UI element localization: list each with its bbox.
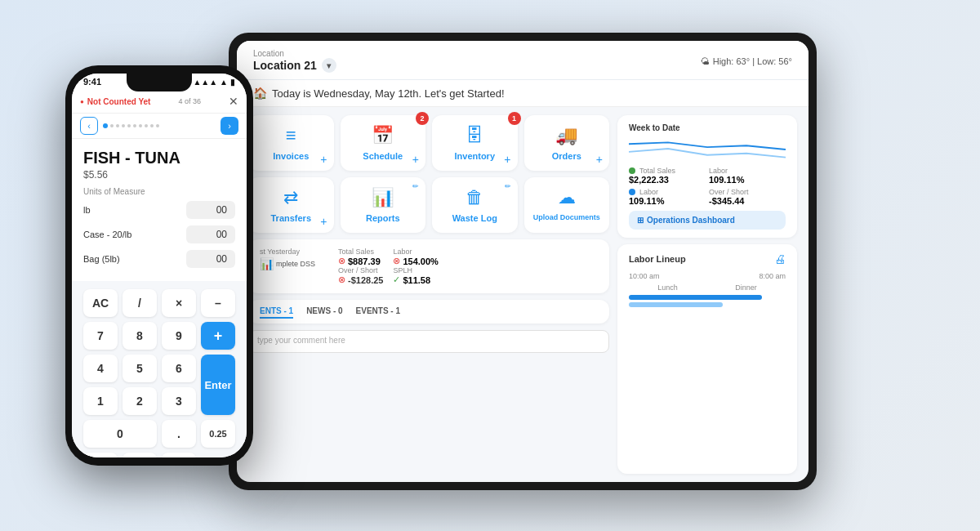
stats-yesterday: st Yesterday 📊 mplete DSS Total Sales ⊗ … [248,239,609,293]
location-name[interactable]: Location 21 ▾ [253,58,336,73]
next-arrow[interactable]: › [220,117,238,135]
key-6[interactable]: 6 [162,355,196,382]
key-0[interactable]: 0 [83,420,157,448]
print-icon[interactable]: 🖨 [774,252,786,266]
ops-icon: ⊞ [637,216,644,225]
key-slash[interactable]: / [122,289,157,317]
inventory-add-icon[interactable]: + [504,153,510,166]
reports-icon: 📊 [372,187,394,208]
tiles-row1: ≡ Invoices + 2 📅 Schedule + 1 🗄 [248,115,609,171]
uom-label: Units of Measure [83,187,235,196]
bag-input[interactable]: 00 [186,250,235,268]
reports-edit-icon: ✏ [412,182,419,190]
tablet-screen: Location Location 21 ▾ 🌤 High: 63° | Low… [237,41,808,482]
invoices-label: Invoices [273,151,309,161]
key-3[interactable]: 3 [162,387,196,415]
invoices-add-icon[interactable]: + [320,153,327,166]
key-8[interactable]: 8 [122,322,157,350]
week-short-val: -$345.44 [709,196,786,206]
tile-inventory[interactable]: 1 🗄 Inventory + [432,115,518,171]
total-sales-label: Total Sales [338,248,383,256]
tile-reports[interactable]: ✏ 📊 Reports [341,177,426,233]
comment-input[interactable]: type your comment here [248,330,609,353]
case-input[interactable]: 00 [186,225,235,243]
key-backspace[interactable]: ⌫ [162,453,196,457]
status-icons: ▲▲▲ ▲ ▮ [193,78,235,87]
over-short-label: Over / Short [338,266,383,274]
phone-notch [127,74,192,91]
events-tab[interactable]: EVENTS - 1 [356,305,400,319]
news-tab[interactable]: NEWS - 0 [306,305,342,319]
splh-val: $11.58 [403,275,430,285]
tile-schedule[interactable]: 2 📅 Schedule + [341,115,426,171]
week-labor2-label: Labor [639,188,658,196]
key-9[interactable]: 9 [162,322,196,350]
phone-time: 9:41 [83,77,101,87]
labor-val: 154.00% [403,257,438,266]
prev-arrow[interactable]: ‹ [80,117,98,135]
lb-input[interactable]: 00 [186,201,235,219]
upload-icon: ☁ [558,187,576,208]
wastelog-label: Waste Log [452,213,497,223]
tile-wastelog[interactable]: ✏ 🗑 Waste Log [432,177,518,233]
dinner-label: Dinner [735,283,757,292]
labor-times: 10:00 am 8:00 am [629,272,786,280]
schedule-add-icon[interactable]: + [412,153,419,166]
weather-icon: 🌤 [701,56,710,66]
labor-header: Labor Lineup 🖨 [629,252,786,266]
schedule-icon: 📅 [372,125,394,146]
labor-meals: Lunch Dinner [629,283,786,292]
operations-dashboard-btn[interactable]: ⊞ Operations Dashboard [629,211,786,230]
key-plus[interactable]: + [201,322,235,350]
product-price: $5.56 [83,169,235,181]
close-icon[interactable]: ✕ [229,95,238,108]
key-7[interactable]: 7 [83,322,118,350]
dot-4 [127,124,131,127]
product-name: FISH - TUNA [83,149,235,167]
transfers-add-icon[interactable]: + [320,215,327,228]
dot-3 [122,124,125,127]
modal-nav: ‹ › [72,114,247,139]
key-multiply[interactable]: × [162,289,196,317]
key-dot[interactable]: . [162,420,196,448]
transfers-icon: ⇄ [283,187,298,208]
wastelog-icon: 🗑 [466,187,483,208]
tiles-row2: ⇄ Transfers + ✏ 📊 Reports ✏ 🗑 Waste [248,177,609,233]
key-ac[interactable]: AC [83,289,118,317]
dot-9 [156,124,159,127]
phone-screen: 9:41 ▲▲▲ ▲ ▮ ● Not Counted Yet 4 of 36 ✕… [72,74,247,457]
key-5[interactable]: 5 [122,355,157,382]
key-4[interactable]: 4 [83,355,118,382]
schedule-label: Schedule [363,151,403,161]
key-075[interactable]: 0.75 [122,453,157,457]
key-050[interactable]: 0.50 [83,453,118,457]
battery-icon: ▮ [230,78,235,87]
tile-upload[interactable]: ☁ Upload Documents [524,177,610,233]
key-1[interactable]: 1 [83,387,118,415]
key-025[interactable]: 0.25 [201,420,235,448]
case-label: Case - 20/lb [83,230,131,239]
key-minus[interactable]: – [201,289,235,317]
dot-8 [150,124,154,127]
splh-label: SPLH [393,266,438,274]
labor-icon: ⊗ [393,256,400,266]
orders-icon: 🚚 [555,125,577,146]
key-2[interactable]: 2 [122,387,157,415]
tile-orders[interactable]: 🚚 Orders + [524,115,610,171]
inventory-badge: 1 [508,112,521,125]
tablet-device: Location Location 21 ▾ 🌤 High: 63° | Low… [229,33,817,490]
labor-bar-secondary [629,302,723,307]
week-title: Week to Date [629,123,786,132]
labor-label: Labor [393,248,438,256]
yesterday-label: st Yesterday [260,248,325,256]
tile-invoices[interactable]: ≡ Invoices + [248,115,334,171]
reports-label: Reports [366,213,400,223]
orders-add-icon[interactable]: + [596,153,603,166]
total-sales-dot [629,167,635,174]
alerts-tab[interactable]: ENTS - 1 [260,305,293,319]
tile-transfers[interactable]: ⇄ Transfers + [248,177,334,233]
week-chart [629,137,786,162]
location-selector[interactable]: Location Location 21 ▾ [253,49,336,73]
welcome-bar: 🏠 Today is Wednesday, May 12th. Let's ge… [237,80,808,107]
key-enter[interactable]: Enter [201,355,235,415]
